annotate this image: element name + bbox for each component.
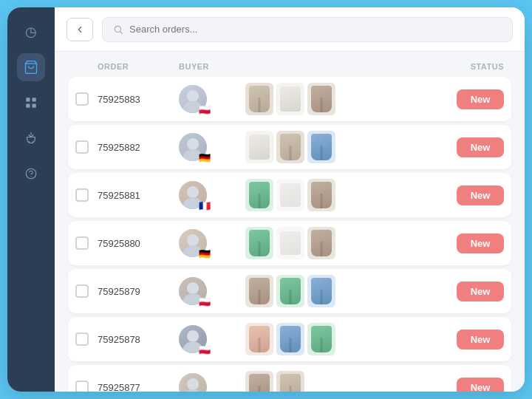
buyer-avatar: 🇩🇪 <box>179 229 207 257</box>
buyer-header: BUYER <box>179 62 245 71</box>
status-header: STATUS <box>437 62 504 71</box>
item-thumbnail <box>276 227 304 259</box>
order-number: 75925881 <box>98 190 140 201</box>
status-badge[interactable]: New <box>457 137 504 157</box>
status-badge[interactable]: New <box>457 330 504 349</box>
help-icon[interactable] <box>17 160 45 188</box>
item-thumbnail <box>276 323 304 355</box>
item-thumbnail <box>307 179 335 211</box>
search-input[interactable] <box>129 24 502 35</box>
svg-rect-3 <box>26 104 30 108</box>
search-bar[interactable] <box>102 17 513 42</box>
order-number: 75925877 <box>98 382 140 392</box>
status-badge[interactable]: New <box>457 282 504 301</box>
table-header: ORDER BUYER STATUS <box>68 52 511 77</box>
item-thumbnail <box>245 227 273 259</box>
item-thumbnail <box>245 131 273 163</box>
grid-icon[interactable] <box>17 89 45 117</box>
buyer-avatar: 🇫🇷 <box>179 181 207 209</box>
item-thumbnail <box>245 371 273 392</box>
item-thumbnail <box>276 275 304 307</box>
svg-rect-1 <box>26 98 30 101</box>
cart-icon[interactable] <box>17 53 45 81</box>
item-thumbnail <box>245 179 273 211</box>
table-row: 75925877 🇫🇷 <box>68 365 511 392</box>
order-items <box>245 131 437 163</box>
order-number: 75925879 <box>98 286 140 297</box>
country-flag: 🇵🇱 <box>199 296 211 307</box>
svg-point-6 <box>30 176 31 177</box>
country-flag: 🇫🇷 <box>199 200 211 211</box>
table-row: 75925881 🇫🇷 <box>68 173 511 217</box>
item-thumbnail <box>276 131 304 163</box>
country-flag: 🇵🇱 <box>199 104 211 115</box>
item-thumbnail <box>276 83 304 115</box>
order-items <box>245 227 437 259</box>
item-thumbnail <box>276 179 304 211</box>
order-items <box>245 323 437 355</box>
svg-rect-4 <box>33 104 36 108</box>
order-items <box>245 371 437 392</box>
row-checkbox[interactable] <box>75 332 89 346</box>
plug-icon[interactable] <box>17 124 45 152</box>
status-badge[interactable]: New <box>457 185 504 205</box>
item-thumbnail <box>307 275 335 307</box>
item-thumbnail <box>245 323 273 355</box>
country-flag: 🇩🇪 <box>199 152 211 163</box>
item-thumbnail <box>307 227 335 259</box>
order-number: 75925878 <box>98 334 140 345</box>
table-row: 75925882 🇩🇪 <box>68 125 511 169</box>
buyer-avatar: 🇵🇱 <box>179 277 207 305</box>
status-badge[interactable]: New <box>457 233 504 253</box>
clock-icon[interactable]: ◷ <box>17 18 45 46</box>
orders-table: ORDER BUYER STATUS 75925883 <box>55 52 525 392</box>
item-thumbnail <box>276 371 304 392</box>
search-icon <box>113 24 123 35</box>
table-row: 75925880 🇩🇪 <box>68 221 511 265</box>
status-badge[interactable]: New <box>457 89 504 109</box>
order-items <box>245 83 437 115</box>
row-checkbox[interactable] <box>75 236 89 250</box>
country-flag: 🇵🇱 <box>199 344 211 355</box>
main-content: ORDER BUYER STATUS 75925883 <box>55 7 525 392</box>
back-button[interactable] <box>66 18 93 41</box>
order-number: 75925880 <box>98 238 140 249</box>
order-items <box>245 179 437 211</box>
buyer-avatar: 🇩🇪 <box>179 133 207 161</box>
table-row: 75925878 🇵🇱 <box>68 317 511 361</box>
svg-point-5 <box>26 168 36 179</box>
item-thumbnail <box>307 131 335 163</box>
country-flag: 🇩🇪 <box>199 248 211 259</box>
item-thumbnail <box>307 323 335 355</box>
row-checkbox[interactable] <box>75 140 89 154</box>
topbar <box>55 7 525 52</box>
item-thumbnail <box>245 275 273 307</box>
row-checkbox[interactable] <box>75 188 89 202</box>
row-checkbox[interactable] <box>75 284 89 298</box>
sidebar: ◷ <box>7 7 55 392</box>
row-checkbox[interactable] <box>75 381 89 392</box>
buyer-avatar: 🇫🇷 <box>179 373 207 392</box>
buyer-avatar: 🇵🇱 <box>179 325 207 353</box>
order-header: ORDER <box>98 62 179 71</box>
table-row: 75925879 🇵🇱 <box>68 269 511 313</box>
table-row: 75925883 🇵🇱 <box>68 77 511 121</box>
svg-rect-2 <box>33 98 36 101</box>
order-number: 75925883 <box>98 94 140 105</box>
order-items <box>245 275 437 307</box>
buyer-avatar: 🇵🇱 <box>179 85 207 113</box>
status-badge[interactable]: New <box>457 378 504 392</box>
order-number: 75925882 <box>98 142 140 153</box>
item-thumbnail <box>245 83 273 115</box>
item-thumbnail <box>307 83 335 115</box>
row-checkbox[interactable] <box>75 92 89 106</box>
